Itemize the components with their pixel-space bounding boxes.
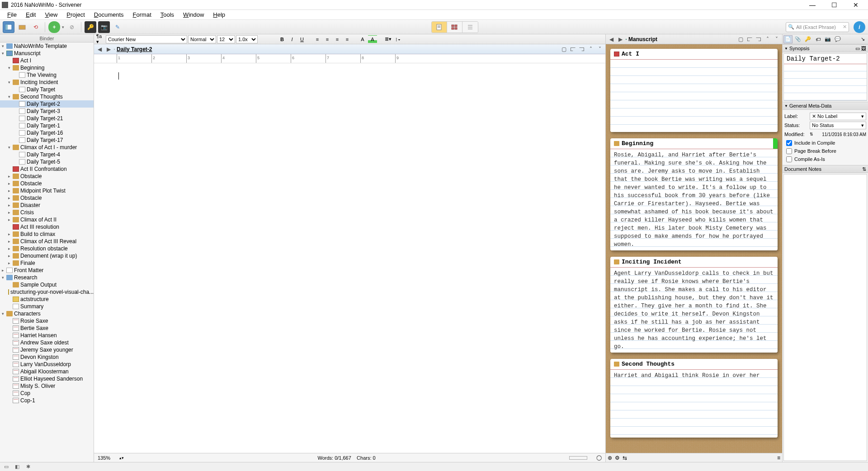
tree-item[interactable]: Act I — [0, 57, 94, 64]
tree-item[interactable]: Daily Target-2 — [0, 100, 94, 108]
text-color-button[interactable]: A — [358, 35, 367, 43]
zoom-select[interactable]: 1.0x — [236, 35, 258, 43]
nav-back-button[interactable]: ◀ — [96, 46, 103, 53]
tree-item[interactable]: Abigail Kloosterman — [0, 368, 94, 375]
menu-format[interactable]: Format — [128, 10, 156, 19]
label-dropdown[interactable]: ✕ No Label▾ — [810, 113, 866, 120]
sync-button[interactable]: ⟲ — [30, 21, 42, 33]
view-mode-document[interactable] — [432, 22, 447, 33]
cork-btn-1[interactable]: ▢ — [737, 36, 744, 43]
editor-doc-title[interactable]: Daily Target-2 — [117, 46, 152, 52]
cork-footer-arrange[interactable]: ⇆ — [623, 455, 627, 461]
tree-item[interactable]: Daily Target-21 — [0, 115, 94, 122]
tree-item[interactable]: Larry VanDusseldorp — [0, 361, 94, 368]
nav-up-button[interactable]: ˄ — [587, 46, 594, 53]
tree-item[interactable]: Elliot Hayseed Sanderson — [0, 375, 94, 382]
keywords-button[interactable]: 🔑 — [85, 21, 96, 33]
tree-item[interactable]: Daily Target — [0, 86, 94, 93]
tree-item[interactable]: ▾Research — [0, 274, 94, 281]
tree-item[interactable]: ▸Finale — [0, 259, 94, 267]
cork-nav-back[interactable]: ◀ — [608, 36, 615, 43]
tree-item[interactable]: ▾Manuscript — [0, 50, 94, 57]
footer-target-icon[interactable] — [569, 456, 587, 460]
tree-item[interactable]: Daily Target-16 — [0, 129, 94, 137]
ruler[interactable]: 123456789 — [94, 54, 605, 63]
add-button[interactable]: + — [48, 21, 60, 33]
tree-item[interactable]: ▸Disaster — [0, 202, 94, 209]
tree-item[interactable]: Summary — [0, 303, 94, 310]
tree-item[interactable]: ▸Crisis — [0, 209, 94, 216]
status-btn-3[interactable]: ✱ — [24, 463, 32, 471]
tree-item[interactable]: Cop-1 — [0, 397, 94, 404]
tree-item[interactable]: Sample Output — [0, 281, 94, 288]
cork-footer-gear[interactable]: ⚙ — [615, 455, 620, 461]
menu-file[interactable]: File — [3, 10, 21, 19]
minimize-button[interactable]: — — [806, 1, 819, 9]
compose-button[interactable]: ✎ — [112, 21, 123, 33]
tree-item[interactable]: actstructure — [0, 296, 94, 303]
binder-tree[interactable]: ▾NaNoWriMo Template▾ManuscriptAct I▾Begi… — [0, 42, 94, 462]
document-notes-area[interactable] — [783, 174, 867, 461]
align-left-button[interactable]: ≡ — [313, 35, 322, 43]
align-justify-button[interactable]: ≡ — [343, 35, 352, 43]
collections-button[interactable] — [16, 21, 28, 33]
view-mode-corkboard[interactable] — [447, 22, 462, 33]
snapshot-button[interactable]: 📷 — [98, 21, 110, 33]
tree-item[interactable]: Jeremy Saxe younger — [0, 346, 94, 353]
tree-item[interactable]: ▾Climax of Act I - murder — [0, 144, 94, 151]
search-input[interactable]: 🔍 All (Exact Phrase) ✕ — [786, 22, 849, 32]
size-select[interactable]: 12 — [217, 35, 235, 43]
synopsis-img-icon[interactable]: 🖼 — [861, 46, 866, 51]
tree-item[interactable]: Daily Target-1 — [0, 122, 94, 129]
tree-item[interactable]: ▾NaNoWriMo Template — [0, 42, 94, 50]
nav-forward-button[interactable]: ▶ — [105, 46, 112, 53]
tree-item[interactable]: Daily Target-3 — [0, 108, 94, 115]
tree-item[interactable]: The Viewing — [0, 71, 94, 79]
cork-footer-add[interactable]: ⊕ — [608, 455, 612, 461]
cork-btn-3[interactable]: ⫎ — [755, 36, 762, 43]
include-compile-checkbox[interactable] — [786, 140, 792, 146]
binder-toggle-button[interactable] — [3, 21, 14, 33]
close-button[interactable]: ✕ — [849, 1, 863, 9]
tree-item[interactable]: ▸Front Matter — [0, 267, 94, 274]
inspector-tab-custom[interactable]: 🏷 — [813, 35, 822, 43]
clear-search-icon[interactable]: ✕ — [843, 24, 847, 30]
nav-down-button[interactable]: ˅ — [596, 46, 604, 53]
tree-item[interactable]: ▸Climax of Act II — [0, 216, 94, 223]
synopsis-cardview-icon[interactable]: ▭ — [855, 46, 860, 52]
tree-item[interactable]: Bertie Saxe — [0, 325, 94, 332]
view-mode-outliner[interactable] — [462, 22, 478, 33]
status-btn-1[interactable]: ▭ — [3, 463, 10, 471]
font-select[interactable]: Courier New — [106, 35, 187, 43]
tree-item[interactable]: ▸Midpoint Plot Twist — [0, 187, 94, 194]
menu-edit[interactable]: Edit — [21, 10, 40, 19]
compile-asis-checkbox[interactable] — [786, 156, 792, 162]
tree-item[interactable]: Daily Target-5 — [0, 158, 94, 165]
tree-item[interactable]: ▾Beginning — [0, 64, 94, 71]
tree-item[interactable]: Misty S. Oliver — [0, 382, 94, 390]
tree-item[interactable]: Rosie Saxe — [0, 317, 94, 325]
underline-button[interactable]: U — [297, 35, 307, 43]
split-vert-button[interactable]: ⫎ — [578, 46, 585, 53]
synopsis-header[interactable]: ▼ Synopsis ▭ 🖼 — [783, 44, 868, 52]
tree-item[interactable]: Daily Target-4 — [0, 151, 94, 158]
editor-text-area[interactable] — [94, 63, 605, 453]
inspector-tab-lock[interactable]: ↘ — [858, 35, 867, 43]
italic-button[interactable]: I — [288, 35, 297, 43]
tree-item[interactable]: Andrew Saxe oldest — [0, 339, 94, 346]
cork-nav-up[interactable]: ˄ — [764, 36, 771, 43]
index-card[interactable]: Second ThoughtsHarriet and Abigail think… — [610, 359, 778, 438]
inspector-tab-snapshots[interactable]: 📷 — [823, 35, 832, 43]
tree-item[interactable]: ▸Climax of Act III Reveal — [0, 238, 94, 245]
tree-item[interactable]: Daily Target-17 — [0, 137, 94, 144]
menu-project[interactable]: Project — [62, 10, 89, 19]
index-card[interactable]: BeginningRosie, Abigail, and Harriet aft… — [610, 138, 778, 250]
metadata-header[interactable]: ▼ General Meta-Data — [783, 102, 868, 110]
menu-window[interactable]: Window — [179, 10, 208, 19]
tree-item[interactable]: Cop — [0, 390, 94, 397]
split-horiz-button[interactable]: ⫍ — [569, 46, 576, 53]
inspector-toggle-button[interactable]: i — [854, 21, 865, 33]
tree-item[interactable]: ▸Obstacle — [0, 194, 94, 202]
status-dropdown[interactable]: No Status▾ — [810, 122, 866, 129]
list-button[interactable]: ≣▾ — [383, 35, 392, 43]
